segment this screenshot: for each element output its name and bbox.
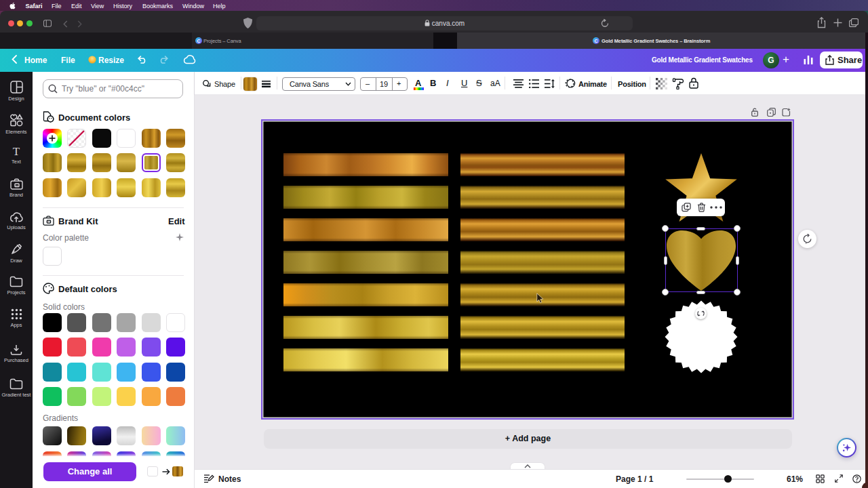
svg-text:C: C xyxy=(197,39,201,43)
svg-text:co.: co. xyxy=(47,220,50,223)
svg-text:T: T xyxy=(13,146,20,157)
svg-text:C: C xyxy=(595,39,598,43)
svg-text:co.: co. xyxy=(15,184,18,187)
